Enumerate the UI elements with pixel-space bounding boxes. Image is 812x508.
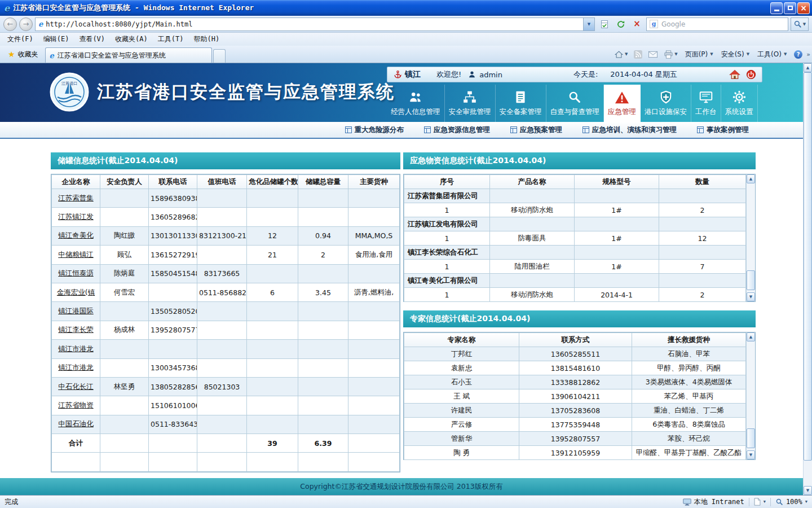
menu-收藏夹(A)[interactable]: 收藏夹(A) xyxy=(110,33,153,46)
help-button[interactable]: ? xyxy=(792,49,805,60)
nav-item-系统设置[interactable]: 系统设置 xyxy=(721,85,758,122)
zoom-level: 100% xyxy=(786,498,802,506)
company-link[interactable]: 镇江奇美化 xyxy=(52,226,100,245)
cell xyxy=(348,358,400,377)
browser-tab[interactable]: e 江苏省港口安全监管与应急管理系统 xyxy=(45,47,212,63)
scrollbar[interactable]: ▲ ▼ xyxy=(746,174,755,301)
company-link[interactable]: 江苏镇江发 xyxy=(52,208,100,226)
company-link[interactable]: 江苏省物资 xyxy=(52,396,100,415)
scroll-down-button[interactable]: ▼ xyxy=(747,450,755,459)
cell xyxy=(247,208,298,226)
window-icon xyxy=(582,126,589,133)
menu-查看(V)[interactable]: 查看(V) xyxy=(74,33,110,46)
nav-item-港口设施保安[interactable]: 港口设施保安 xyxy=(641,85,691,122)
subnav-item-应急资源信息管理[interactable]: 应急资源信息管理 xyxy=(424,125,490,135)
portal-home-icon[interactable] xyxy=(729,69,740,80)
scrollbar[interactable]: ▲ ▼ xyxy=(746,332,755,459)
mail-icon xyxy=(648,51,657,58)
toolbar-overflow-button[interactable]: » xyxy=(806,51,809,58)
nav-item-安全审批管理[interactable]: 安全审批管理 xyxy=(445,85,496,122)
table-row: 镇江市港龙13003457368 xyxy=(52,358,400,377)
nav-item-label: 安全备案管理 xyxy=(500,107,542,117)
menu-帮助(H)[interactable]: 帮助(H) xyxy=(188,33,224,46)
scrollbar-thumb[interactable] xyxy=(804,72,812,461)
company-group-cell: 镇江奇美化工有限公司 xyxy=(404,274,490,288)
company-link[interactable]: 中储粮镇江 xyxy=(52,246,100,264)
nav-item-安全备案管理[interactable]: 安全备案管理 xyxy=(496,85,546,122)
scroll-down-button[interactable]: ▼ xyxy=(804,486,812,495)
city-selector[interactable]: 镇江 xyxy=(393,69,421,80)
close-button[interactable]: × xyxy=(797,2,810,14)
company-group-cell: 江苏镇江发电有限公司 xyxy=(404,217,490,231)
home-button[interactable]: ▼ xyxy=(612,49,630,60)
scroll-up-button[interactable]: ▲ xyxy=(747,332,755,341)
company-link[interactable]: 镇江李长荣 xyxy=(52,321,100,339)
scrollbar-thumb[interactable] xyxy=(747,270,755,290)
page-scrollbar[interactable]: ▲ ▼ xyxy=(803,63,812,495)
nav-item-label: 自查与督查管理 xyxy=(550,107,600,117)
nav-item-应急管理[interactable]: 应急管理 xyxy=(604,85,641,122)
toolbar-button-安全(S)[interactable]: 安全(S)▼ xyxy=(718,49,753,60)
minimize-button[interactable] xyxy=(770,2,783,14)
company-link[interactable]: 江苏索普集 xyxy=(52,189,100,208)
table-row: 管新华13952807557苯胺、环己烷 xyxy=(404,432,746,446)
forward-button[interactable]: → xyxy=(19,17,33,31)
company-link[interactable]: 中国石油化 xyxy=(52,415,100,433)
cell: 林坚勇 xyxy=(100,377,149,396)
print-button[interactable]: ▼ xyxy=(661,49,679,60)
company-link[interactable]: 镇江市港龙 xyxy=(52,358,100,377)
zoom-control[interactable]: 100% ▼ xyxy=(775,498,807,506)
nav-item-自查与督查管理[interactable]: 自查与督查管理 xyxy=(546,85,604,122)
toolbar-button-页面(P)[interactable]: 页面(P)▼ xyxy=(682,49,717,60)
subnav-item-label: 应急资源信息管理 xyxy=(434,125,490,135)
restore-button[interactable] xyxy=(784,2,796,14)
company-link[interactable]: 中石化长江 xyxy=(52,377,100,396)
menu-文件(F)[interactable]: 文件(F) xyxy=(2,33,38,46)
table-row: 丁邦红13605285511石脑油、甲苯 xyxy=(404,347,746,361)
feeds-button[interactable] xyxy=(632,49,645,60)
company-link[interactable]: 镇江市港龙 xyxy=(52,340,100,358)
scrollbar-thumb[interactable] xyxy=(747,428,755,448)
company-link[interactable]: 金海宏业(镇 xyxy=(52,283,100,301)
menu-工具(T)[interactable]: 工具(T) xyxy=(153,33,189,46)
nav-item-工作台[interactable]: 工作台 xyxy=(691,85,721,122)
subnav-item-事故案例管理[interactable]: 事故案例管理 xyxy=(697,125,749,135)
subnav-item-应急培训、演练和演习管理[interactable]: 应急培训、演练和演习管理 xyxy=(582,125,677,135)
table-row: 镇江恒泰沥陈炳庭1585045154883173665 xyxy=(52,264,400,283)
table-row: 石小玉133388128623类易燃液体、4类易燃固体 xyxy=(404,375,746,389)
subnav-item-应急预案管理[interactable]: 应急预案管理 xyxy=(510,125,562,135)
cell: 13952807557 xyxy=(519,432,632,446)
scroll-down-button[interactable]: ▼ xyxy=(747,292,755,301)
cell: 杨成林 xyxy=(100,321,149,339)
cell: 15850451548 xyxy=(149,264,197,283)
scroll-up-button[interactable]: ▲ xyxy=(747,174,755,183)
cell: 13338812862 xyxy=(519,375,632,389)
empty-cell xyxy=(52,453,100,472)
search-input[interactable]: g Google xyxy=(646,17,788,31)
nav-item-经营人信息管理[interactable]: 经营人信息管理 xyxy=(387,85,445,122)
menu-编辑(E)[interactable]: 编辑(E) xyxy=(38,33,74,46)
subnav-item-重大危险源分布[interactable]: 重大危险源分布 xyxy=(345,125,404,135)
logout-icon[interactable] xyxy=(746,69,756,80)
new-tab-button[interactable] xyxy=(213,49,226,63)
empty-cell xyxy=(659,246,746,260)
company-link[interactable]: 镇江恒泰沥 xyxy=(52,264,100,283)
favorites-button[interactable]: ★ 收藏夹 xyxy=(2,47,44,62)
back-button[interactable]: ← xyxy=(3,17,17,31)
protected-mode-button[interactable]: ▼ xyxy=(754,498,766,506)
toolbar-button-label: 工具(O) xyxy=(757,50,782,59)
address-dropdown[interactable]: ▼ xyxy=(583,18,594,30)
stop-button[interactable]: × xyxy=(630,17,644,31)
table-row: 镇江李长荣综合石化工 xyxy=(404,246,746,260)
read-mail-button[interactable] xyxy=(646,50,660,59)
compatibility-view-button[interactable] xyxy=(597,17,611,31)
search-button[interactable]: ▼ xyxy=(791,17,809,31)
cell: 1 xyxy=(404,203,490,217)
toolbar-button-工具(O)[interactable]: 工具(O)▼ xyxy=(754,49,790,60)
table-row: 镇江港国际13505280520 xyxy=(52,302,400,321)
refresh-button[interactable] xyxy=(614,17,628,31)
address-field[interactable]: e http://localhost:8080/yjpt/Main.html ▼ xyxy=(35,17,595,31)
chevron-down-icon: ▼ xyxy=(805,500,807,504)
scroll-up-button[interactable]: ▲ xyxy=(804,63,812,72)
company-link[interactable]: 镇江港国际 xyxy=(52,302,100,321)
